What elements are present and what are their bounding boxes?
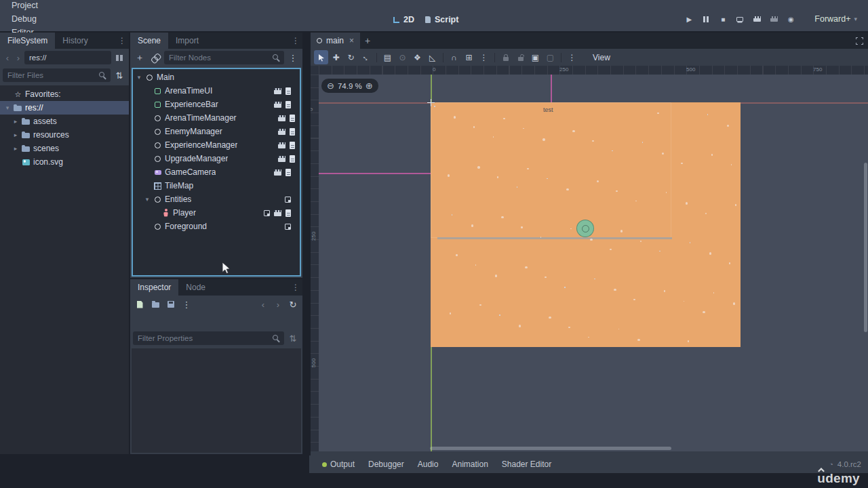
file-sort-button[interactable]: ⇅	[113, 68, 126, 82]
scene-node-main[interactable]: ▾Main	[133, 70, 300, 84]
rotate-tool-button[interactable]: ↻	[344, 50, 358, 64]
group-nodes-button[interactable]: ▣	[528, 50, 542, 64]
move-tool-button[interactable]: ✚	[329, 50, 343, 64]
scene-tree-menu-button[interactable]: ⋮	[286, 51, 300, 64]
zoom-out-button[interactable]: ⊖	[327, 81, 334, 91]
movie-maker-button[interactable]: ◉	[783, 12, 798, 26]
scene-node-gamecamera[interactable]: GameCamera	[133, 165, 300, 179]
new-resource-button[interactable]	[133, 298, 146, 311]
filesystem-tab-history[interactable]: History	[55, 33, 95, 49]
expand-arrow-icon[interactable]: ▾	[136, 74, 142, 81]
scene-node-foreground[interactable]: Foreground	[133, 220, 300, 233]
scene-node-experiencemanager[interactable]: ExperienceManager	[133, 138, 300, 152]
toggle-split-mode-button[interactable]	[113, 51, 126, 64]
inspector-dock-menu-button[interactable]: ⋮	[289, 279, 302, 296]
resource-extras-menu-button[interactable]: ⋮	[180, 298, 193, 311]
expand-arrow-icon[interactable]: ▸	[12, 118, 19, 125]
scene-node-arenatimeui[interactable]: ArenaTimeUI	[133, 84, 300, 98]
renderer-select[interactable]: Forward+ ▾	[809, 12, 863, 26]
signal-connections-icon[interactable]	[278, 129, 285, 135]
stop-button[interactable]: ■	[715, 12, 730, 26]
expand-arrow-icon[interactable]: ▾	[4, 104, 11, 111]
ungroup-nodes-button[interactable]: ▢	[543, 50, 557, 64]
history-back-button[interactable]: ‹	[256, 298, 270, 311]
filter-options-button[interactable]: ⇅	[286, 331, 300, 345]
scene-node-entities[interactable]: ▾Entities	[133, 192, 300, 206]
script-icon[interactable]	[285, 209, 291, 217]
grid-snap-button[interactable]: ⊞	[462, 50, 476, 64]
workspace-script[interactable]: Script	[425, 15, 458, 24]
bottom-panel-debugger[interactable]: Debugger	[362, 460, 410, 469]
remote-debug-button[interactable]	[732, 12, 747, 26]
history-forward-button[interactable]: ›	[271, 298, 285, 311]
nav-forward-button[interactable]: ›	[14, 53, 23, 63]
script-icon[interactable]	[290, 155, 295, 163]
scene-node-enemymanager[interactable]: EnemyManager	[133, 125, 300, 138]
bottom-panel-output[interactable]: Output	[316, 460, 361, 469]
script-icon[interactable]	[285, 87, 291, 95]
scale-tool-button[interactable]: ↔	[359, 50, 373, 64]
scene-dock-tab-import[interactable]: Import	[168, 33, 206, 49]
signal-connections-icon[interactable]	[278, 142, 285, 148]
filesystem-tab-filesystem[interactable]: FileSystem	[0, 33, 55, 49]
file-item-res[interactable]: ▾res://	[0, 101, 129, 115]
menu-project[interactable]: Project	[5, 0, 44, 12]
instanced-scene-icon[interactable]	[285, 197, 291, 203]
pan-tool-button[interactable]: ❖	[410, 50, 425, 64]
file-item-icon-svg[interactable]: icon.svg	[0, 155, 129, 169]
snap-options-menu-button[interactable]: ⋮	[477, 50, 491, 64]
bottom-panel-audio[interactable]: Audio	[412, 460, 445, 469]
skeleton-options-menu-button[interactable]: ⋮	[565, 50, 579, 64]
signal-connections-icon[interactable]	[274, 88, 281, 94]
add-node-button[interactable]: ＋	[133, 51, 146, 64]
inspector-tab-inspector[interactable]: Inspector	[130, 279, 178, 296]
script-icon[interactable]	[290, 142, 295, 149]
pause-button[interactable]	[698, 12, 713, 26]
smart-snap-button[interactable]: ∩	[447, 50, 461, 64]
inspector-tab-node[interactable]: Node	[178, 279, 213, 296]
object-options-button[interactable]: ↻	[286, 298, 300, 311]
update-notification-icon[interactable]: ◔	[829, 460, 833, 468]
scene-node-experiencebar[interactable]: ExperienceBar	[133, 98, 300, 111]
bottom-panel-animation[interactable]: Animation	[446, 460, 494, 469]
instanced-scene-icon[interactable]	[285, 224, 291, 230]
scene-node-arenatimemanager[interactable]: ArenaTimeManager	[133, 111, 300, 125]
select-tool-button[interactable]	[314, 50, 328, 64]
pivot-tool-button[interactable]: ⊙	[395, 50, 410, 64]
file-filter-input[interactable]	[3, 68, 111, 82]
load-resource-button[interactable]	[149, 298, 162, 311]
unlock-node-button[interactable]	[513, 50, 528, 64]
property-filter-input[interactable]	[133, 331, 284, 345]
expand-arrow-icon[interactable]: ▸	[12, 145, 19, 152]
zoom-level[interactable]: 74.9 %	[338, 82, 362, 90]
file-item-resources[interactable]: ▸resources	[0, 128, 129, 142]
zoom-in-button[interactable]: ⊕	[366, 81, 373, 91]
list-select-button[interactable]: ▤	[380, 50, 395, 64]
script-icon[interactable]	[285, 101, 291, 108]
signal-connections-icon[interactable]	[274, 169, 281, 176]
new-scene-tab-button[interactable]: +	[360, 33, 375, 49]
save-resource-button[interactable]	[164, 298, 178, 311]
expand-arrow-icon[interactable]: ▾	[144, 196, 151, 203]
script-icon[interactable]	[285, 169, 291, 176]
signal-connections-icon[interactable]	[274, 102, 281, 108]
script-icon[interactable]	[290, 128, 295, 136]
close-tab-icon[interactable]: ×	[349, 36, 354, 45]
file-item-favorites[interactable]: ☆Favorites:	[0, 87, 129, 101]
node-filter-input[interactable]	[164, 51, 284, 64]
horizontal-scrollbar[interactable]	[430, 447, 671, 450]
scene-node-tilemap[interactable]: TileMap	[133, 179, 300, 192]
play-button[interactable]: ▶	[682, 12, 696, 26]
scene-dock-menu-button[interactable]: ⋮	[289, 33, 302, 49]
view-menu-button[interactable]: View	[587, 52, 616, 64]
lock-node-button[interactable]	[498, 50, 513, 64]
bottom-panel-shader-editor[interactable]: Shader Editor	[496, 460, 557, 469]
current-path[interactable]: res://	[24, 51, 111, 64]
instanced-scene-icon[interactable]	[264, 210, 270, 216]
signal-connections-icon[interactable]	[278, 156, 285, 162]
scene-dock-tab-scene[interactable]: Scene	[130, 33, 168, 49]
scene-tab-main[interactable]: main ×	[311, 33, 360, 49]
file-item-scenes[interactable]: ▸scenes	[0, 142, 129, 155]
instance-scene-button[interactable]	[149, 51, 162, 64]
menu-debug[interactable]: Debug	[5, 12, 44, 26]
